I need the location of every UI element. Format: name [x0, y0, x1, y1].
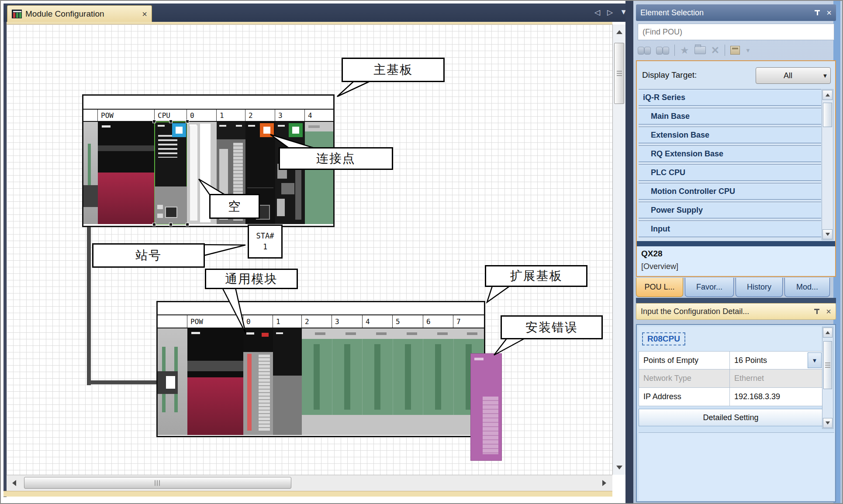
detailed-setting-button[interactable]: Detailed Setting: [639, 409, 823, 426]
mounting-error-module[interactable]: [470, 353, 502, 461]
list-item-rq-extension-base[interactable]: RQ Extension Base: [639, 145, 821, 162]
list-item-power-supply[interactable]: Power Supply: [639, 202, 821, 218]
slot-label-3: 3: [332, 315, 363, 328]
slot-label-blank: [158, 315, 187, 328]
scroll-right-icon[interactable]: [598, 477, 610, 489]
register-favorites-icon[interactable]: [694, 46, 706, 54]
element-selection-title: Element Selection: [640, 8, 704, 17]
extension-io-module-slot0[interactable]: [243, 328, 273, 435]
toolbar-dropdown-icon[interactable]: ▼: [745, 48, 751, 53]
module-configuration-canvas[interactable]: POW CPU 0 1 2 3 4: [7, 24, 612, 475]
tab-scroll-left-icon[interactable]: ◁: [594, 8, 600, 17]
configuration-detail-titlebar[interactable]: Input the Configuration Detail... ×: [636, 303, 836, 320]
workspace-region: Module Configuration × ◁ ▷ ▼ POW CPU: [1, 1, 633, 504]
error-led: [262, 333, 269, 337]
find-next-icon[interactable]: [656, 46, 669, 55]
config-scroll-thumb[interactable]: [823, 341, 832, 389]
network-type-row: Network Type Ethernet: [639, 369, 823, 388]
list-item-extension-base[interactable]: Extension Base: [639, 127, 821, 143]
list-scroll-down-icon[interactable]: [822, 229, 833, 239]
connection-point-green[interactable]: [289, 123, 303, 137]
canvas-vertical-scrollbar[interactable]: [612, 24, 625, 475]
config-scroll-up-icon[interactable]: [823, 328, 833, 338]
favorite-star-icon[interactable]: ★: [680, 45, 689, 55]
canvas-horizontal-scrollbar[interactable]: [7, 475, 612, 491]
callout-extension-base: 扩展基板: [485, 265, 587, 287]
extension-power-supply-module[interactable]: [187, 328, 243, 435]
list-item-main-base[interactable]: Main Base: [639, 108, 821, 124]
callout-connection-point: 连接点: [279, 147, 393, 170]
list-item-plc-cpu[interactable]: PLC CPU: [639, 164, 821, 181]
extension-base-rack[interactable]: POW 0 1 2 3 4 5 6 7: [156, 301, 485, 437]
configuration-scrollbar[interactable]: [822, 327, 833, 429]
element-selection-titlebar[interactable]: Element Selection ×: [636, 4, 836, 21]
extension-base-header: [158, 302, 484, 315]
connection-point-blue[interactable]: [172, 123, 186, 137]
find-pou-input[interactable]: [638, 24, 834, 40]
document-tab-bar: Module Configuration × ◁ ▷ ▼: [3, 3, 633, 22]
module-name[interactable]: R08CPU: [642, 332, 685, 345]
status-strip: [3, 491, 612, 497]
configuration-empty-area: [639, 432, 834, 501]
ip-address-value[interactable]: 192.168.3.39: [730, 388, 822, 406]
close-icon[interactable]: ×: [826, 8, 832, 17]
display-target-label: Display Target:: [642, 70, 697, 80]
connection-point-orange[interactable]: [260, 123, 274, 137]
tab-module[interactable]: Mod...: [784, 278, 830, 297]
green-module-block-slots2-7[interactable]: [302, 328, 484, 435]
points-dropdown-button[interactable]: ▼: [808, 352, 822, 368]
slot-label-blank: [83, 110, 98, 121]
slot-label-2: 2: [302, 315, 332, 328]
list-item-iqr-series[interactable]: iQ-R Series: [639, 89, 821, 106]
config-scroll-down-icon[interactable]: [823, 418, 833, 428]
power-supply-module[interactable]: [98, 122, 155, 224]
scroll-down-icon[interactable]: [614, 462, 625, 473]
points-of-empty-value[interactable]: 16 Points ▼: [730, 352, 822, 369]
display-target-select[interactable]: All ▼: [756, 67, 831, 84]
pin-icon[interactable]: [814, 308, 820, 315]
tab-close-icon[interactable]: ×: [142, 10, 147, 18]
generic-module-slot1[interactable]: [273, 328, 302, 435]
extension-cable-horizontal: [87, 380, 161, 384]
list-scrollbar[interactable]: [822, 89, 833, 240]
network-module-slot4[interactable]: [305, 122, 333, 224]
main-base-left-strip: [83, 122, 98, 224]
tab-favorites[interactable]: Favor...: [685, 278, 734, 297]
find-previous-icon[interactable]: [638, 46, 651, 55]
element-category-list: iQ-R Series Main Base Extension Base RQ …: [639, 89, 821, 240]
cpu-module-selected[interactable]: [155, 122, 187, 224]
main-base-slot-labels: POW CPU 0 1 2 3 4: [83, 110, 333, 122]
tab-history[interactable]: History: [736, 278, 783, 297]
callout-empty: 空: [209, 194, 260, 219]
list-scroll-up-icon[interactable]: [822, 90, 833, 100]
list-item-motion-controller-cpu[interactable]: Motion Controller CPU: [639, 183, 821, 200]
tab-module-configuration[interactable]: Module Configuration ×: [7, 5, 152, 22]
slot-label-2: 2: [245, 110, 275, 121]
module-name-row[interactable]: R08CPU: [639, 327, 823, 351]
selected-element-detail: [Overview]: [641, 262, 831, 271]
slot-label-5: 5: [393, 315, 423, 328]
vertical-scroll-thumb[interactable]: [614, 43, 624, 104]
slot-label-0: 0: [187, 110, 217, 121]
scroll-up-icon[interactable]: [614, 26, 625, 38]
scroll-left-icon[interactable]: [8, 477, 20, 489]
list-item-input[interactable]: Input: [639, 221, 821, 237]
module-list-icon[interactable]: [730, 46, 740, 55]
tab-pou-list[interactable]: POU L...: [636, 278, 683, 297]
io-module-slot3[interactable]: [275, 122, 305, 224]
callout-station-number: 站号: [92, 243, 205, 268]
pin-icon[interactable]: [814, 9, 820, 16]
extension-base-slot-labels: POW 0 1 2 3 4 5 6 7: [158, 315, 484, 328]
tab-label: Module Configuration: [25, 9, 104, 19]
slot-label-4: 4: [305, 110, 333, 121]
display-target-row: Display Target: All ▼: [637, 64, 835, 86]
callout-generic-module: 通用模块: [205, 269, 298, 289]
slot-label-0: 0: [243, 315, 273, 328]
horizontal-scroll-thumb[interactable]: [24, 477, 291, 489]
list-scroll-thumb[interactable]: [823, 103, 832, 127]
delete-icon[interactable]: ✕: [711, 45, 719, 55]
station-number-box: STA# 1: [248, 224, 283, 259]
panel-divider: [636, 298, 836, 303]
close-icon[interactable]: ×: [826, 307, 831, 316]
tab-scroll-right-icon[interactable]: ▷: [607, 8, 613, 17]
